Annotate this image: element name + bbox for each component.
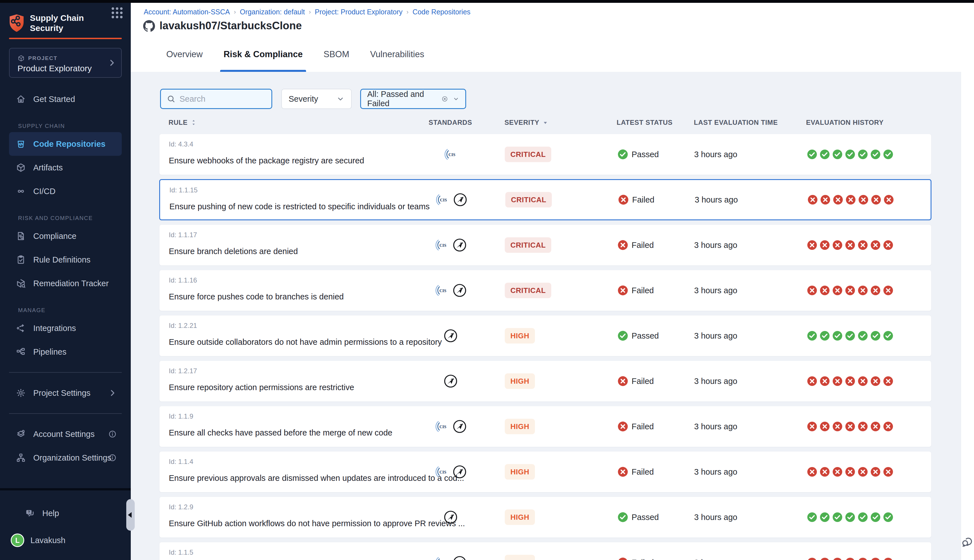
owasp-icon — [443, 374, 458, 388]
sidebar-item-get-started[interactable]: Get Started — [9, 87, 122, 111]
sidebar-item-account-settings[interactable]: Account Settings — [9, 422, 122, 446]
last-evaluation-time: 3 hours ago — [695, 195, 738, 205]
severity-badge: HIGH — [505, 419, 535, 434]
table-row[interactable]: Id: 1.1.4Ensure previous approvals are d… — [159, 451, 931, 492]
table-row[interactable]: Id: 1.1.9Ensure all checks have passed b… — [159, 406, 931, 447]
compliance-icon — [16, 231, 26, 241]
table-row[interactable]: Id: 4.3.4Ensure webhooks of the package … — [159, 134, 931, 175]
table-row[interactable]: Id: 1.2.21Ensure outside collaborators d… — [159, 315, 931, 356]
latest-status: Failed — [617, 376, 654, 387]
fail-icon — [617, 467, 628, 477]
latest-status: Failed — [617, 421, 654, 432]
sidebar-item-pipelines[interactable]: Pipelines — [9, 340, 122, 364]
clear-filter-icon[interactable] — [442, 95, 448, 103]
apps-grid-icon[interactable] — [112, 7, 124, 20]
table-row[interactable]: Id: 1.2.17Ensure repository action permi… — [159, 360, 931, 402]
sidebar-item-ci-cd[interactable]: CI/CD — [9, 180, 122, 203]
fail-icon — [617, 376, 628, 387]
check-icon — [883, 331, 893, 341]
fail-icon — [807, 557, 817, 560]
table-row[interactable]: Id: 1.1.15Ensure pushing of new code is … — [159, 179, 931, 220]
sidebar-item-label: Rule Definitions — [33, 255, 90, 265]
check-icon — [820, 149, 830, 160]
column-rule[interactable]: RULE — [168, 118, 197, 127]
check-icon — [870, 331, 881, 341]
check-icon — [883, 512, 893, 523]
project-box-icon — [17, 55, 25, 62]
severity-badge: CRITICAL — [505, 192, 552, 208]
sidebar-item-remediation-tracker[interactable]: Remediation Tracker — [9, 272, 122, 295]
standards-badges: CIS — [413, 406, 489, 447]
project-selector[interactable]: PROJECT Product Exploratory — [9, 48, 122, 78]
evaluation-history — [807, 422, 893, 432]
search-input[interactable] — [180, 94, 264, 104]
fail-icon — [870, 422, 881, 432]
owasp-icon — [452, 465, 467, 479]
sidebar-item-label: Account Settings — [33, 430, 95, 439]
chevron-down-icon — [453, 95, 459, 103]
fail-icon — [845, 467, 856, 477]
fail-icon — [832, 422, 843, 432]
tab-sbom[interactable]: SBOM — [320, 37, 353, 72]
info-icon — [108, 430, 117, 438]
breadcrumb-link-code-repositories[interactable]: Code Repositories — [413, 8, 471, 16]
sidebar-item-organization-settings[interactable]: Organization Settings — [9, 446, 122, 470]
rule-id: Id: 1.2.9 — [169, 503, 193, 511]
breadcrumb-link-project[interactable]: Project: Product Exploratory — [315, 8, 402, 16]
check-icon — [845, 149, 856, 160]
rule-name: Ensure previous approvals are dismissed … — [169, 473, 417, 483]
column-standards: STANDARDS — [422, 118, 479, 127]
evaluation-history — [807, 467, 893, 477]
column-severity[interactable]: SEVERITY — [504, 118, 549, 127]
fail-icon — [883, 285, 893, 296]
check-icon — [617, 330, 628, 341]
rule-name: Ensure repository action permissions are… — [169, 383, 354, 392]
sidebar-item-compliance[interactable]: Compliance — [9, 224, 122, 248]
table-row[interactable]: Id: 1.1.16Ensure force pushes code to br… — [159, 270, 931, 311]
fail-icon — [845, 240, 856, 250]
sidebar-item-label: Help — [42, 509, 59, 518]
sidebar: Supply ChainSecurity PROJECT Product Exp… — [0, 3, 131, 560]
latest-status: Failed — [617, 285, 654, 296]
fail-icon — [883, 240, 893, 250]
sidebar-item-integrations[interactable]: Integrations — [9, 316, 122, 340]
risk-compliance-panel: Severity All: Passed and Failed RULE STA… — [131, 72, 961, 560]
table-row[interactable]: Id: 1.2.9Ensure GitHub action workflows … — [159, 497, 931, 538]
tab-vulnerabilities[interactable]: Vulnerabilities — [367, 37, 427, 72]
fail-icon — [820, 422, 830, 432]
breadcrumb-link-organization[interactable]: Organization: default — [240, 8, 305, 16]
breadcrumb-link-account[interactable]: Account: Automation-SSCA — [144, 8, 230, 16]
tab-risk-compliance[interactable]: Risk & Compliance — [220, 37, 306, 72]
sidebar-item-code-repositories[interactable]: Code Repositories — [9, 132, 122, 156]
sidebar-collapse-handle[interactable] — [126, 499, 135, 531]
severity-filter[interactable]: Severity — [281, 89, 352, 109]
sidebar-divider — [9, 413, 122, 414]
standards-badges: CIS — [413, 270, 489, 311]
sidebar-item-project-settings[interactable]: Project Settings — [9, 381, 122, 405]
table-row[interactable]: Id: 1.1.5CISHIGHFailed3 hours ago — [159, 542, 931, 560]
status-label: Failed — [632, 195, 654, 205]
sort-desc-icon[interactable] — [542, 119, 549, 126]
evaluation-history — [807, 557, 893, 560]
fail-icon — [870, 285, 881, 296]
sidebar-item-artifacts[interactable]: Artifacts — [9, 156, 122, 180]
org-icon — [16, 453, 26, 463]
standards-badges: CIS — [413, 452, 489, 492]
sort-icon[interactable] — [190, 119, 197, 126]
fail-icon — [807, 240, 817, 250]
user-menu[interactable]: L Lavakush — [9, 528, 122, 552]
fail-icon — [857, 285, 868, 296]
check-icon — [832, 149, 843, 160]
check-icon — [870, 149, 881, 160]
standards-badges — [413, 497, 489, 537]
sidebar-item-rule-definitions[interactable]: Rule Definitions — [9, 248, 122, 272]
tab-overview[interactable]: Overview — [163, 37, 206, 72]
table-row[interactable]: Id: 1.1.17Ensure branch deletions are de… — [159, 225, 931, 266]
fail-icon — [617, 285, 628, 296]
cis-icon: CIS — [434, 555, 449, 560]
rule-name: Ensure GitHub action workflows do not ha… — [169, 519, 417, 528]
sidebar-item-help[interactable]: ? Help — [18, 502, 131, 525]
status-filter[interactable]: All: Passed and Failed — [360, 89, 466, 109]
chat-widget-icon[interactable] — [961, 536, 974, 548]
evaluation-history — [807, 285, 893, 296]
